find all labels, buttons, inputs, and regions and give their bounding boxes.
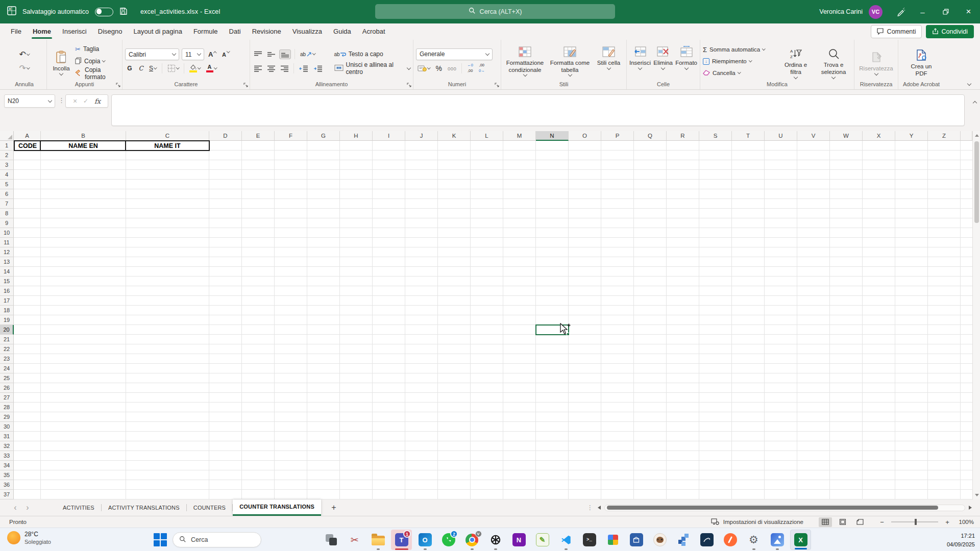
save-icon[interactable] <box>119 7 127 17</box>
menu-tab-layout-di-pagina[interactable]: Layout di pagina <box>128 23 187 40</box>
confirm-entry-icon[interactable]: ✓ <box>83 97 88 105</box>
scroll-down-icon[interactable] <box>975 494 979 496</box>
normal-view-button[interactable] <box>819 517 832 527</box>
column-header-Z[interactable]: Z <box>928 131 961 141</box>
column-header-U[interactable]: U <box>765 131 797 141</box>
fill-handle[interactable] <box>567 333 570 336</box>
taskbar-app-notepad-plus-plus[interactable]: ✎ <box>532 530 553 550</box>
column-header-E[interactable]: E <box>242 131 275 141</box>
menu-tab-inserisci[interactable]: Inserisci <box>57 23 92 40</box>
row-header-24[interactable]: 24 <box>0 364 14 373</box>
bold-button[interactable]: G <box>125 64 134 73</box>
accounting-format-button[interactable] <box>416 64 432 73</box>
align-left-button[interactable] <box>253 64 263 73</box>
row-header-25[interactable]: 25 <box>0 373 14 383</box>
taskbar-search[interactable]: Cerca <box>173 532 261 547</box>
taskbar-app-whatsapp[interactable]: 2 <box>438 530 459 550</box>
number-format-select[interactable]: Generale <box>416 48 493 60</box>
format-cells-button[interactable]: Formato <box>675 42 697 69</box>
grid-canvas[interactable]: CODENAME ENNAME IT <box>14 141 972 499</box>
underline-button[interactable]: S <box>148 64 158 73</box>
row-header-23[interactable]: 23 <box>0 354 14 364</box>
cut-button[interactable]: ✂Taglia <box>75 43 99 55</box>
taskbar-app-excel[interactable]: X <box>790 530 811 550</box>
taskbar-app-bruno[interactable] <box>649 530 670 550</box>
row-header-34[interactable]: 34 <box>0 461 14 470</box>
column-header-L[interactable]: L <box>471 131 503 141</box>
column-header-Y[interactable]: Y <box>895 131 928 141</box>
column-header-H[interactable]: H <box>340 131 373 141</box>
column-header-N[interactable]: N <box>536 131 569 141</box>
row-header-20[interactable]: 20 <box>0 325 14 335</box>
zoom-in-button[interactable]: + <box>944 518 950 526</box>
row-header-22[interactable]: 22 <box>0 344 14 354</box>
cell-styles-button[interactable]: Stili cella <box>594 42 624 69</box>
row-header-29[interactable]: 29 <box>0 412 14 422</box>
comments-button[interactable]: Commenti <box>871 25 922 38</box>
row-header-8[interactable]: 8 <box>0 209 14 218</box>
taskbar-app-chatgpt[interactable] <box>485 530 506 550</box>
restore-button[interactable] <box>934 0 957 23</box>
row-header-17[interactable]: 17 <box>0 296 14 306</box>
align-top-button[interactable] <box>253 50 263 59</box>
font-name-select[interactable]: Calibri <box>125 48 179 60</box>
sort-filter-button[interactable]: AZ Ordina e filtra <box>780 44 812 78</box>
column-header-A[interactable]: A <box>14 131 41 141</box>
column-header-D[interactable]: D <box>209 131 242 141</box>
column-header-V[interactable]: V <box>797 131 830 141</box>
name-box[interactable]: N20 <box>4 94 55 108</box>
row-header-7[interactable]: 7 <box>0 199 14 209</box>
column-header-J[interactable]: J <box>405 131 438 141</box>
row-header-4[interactable]: 4 <box>0 170 14 180</box>
column-header-S[interactable]: S <box>699 131 732 141</box>
column-header-K[interactable]: K <box>438 131 471 141</box>
wrap-text-button[interactable]: ab Testo a capo <box>334 48 383 60</box>
column-header-O[interactable]: O <box>569 131 601 141</box>
column-header-Q[interactable]: Q <box>634 131 667 141</box>
taskbar-app-task-view[interactable] <box>321 530 341 550</box>
column-header-I[interactable]: I <box>373 131 405 141</box>
menu-tab-revisione[interactable]: Revisione <box>247 23 287 40</box>
next-sheet-button[interactable]: › <box>21 503 34 512</box>
cell-C1[interactable]: NAME IT <box>125 140 210 151</box>
user-name[interactable]: Veronica Carini <box>819 8 863 15</box>
delete-cells-button[interactable]: Elimina <box>653 42 673 69</box>
column-header-R[interactable]: R <box>667 131 699 141</box>
horizontal-scrollbar-thumb[interactable] <box>607 506 938 510</box>
row-header-32[interactable]: 32 <box>0 441 14 451</box>
column-header-G[interactable]: G <box>307 131 340 141</box>
grow-font-button[interactable]: A <box>207 49 218 59</box>
increase-indent-button[interactable] <box>312 64 324 73</box>
row-header-19[interactable]: 19 <box>0 315 14 325</box>
paste-button[interactable]: Incolla <box>50 47 73 75</box>
clipboard-dialog-launcher[interactable] <box>116 82 120 89</box>
page-layout-view-button[interactable] <box>836 517 849 527</box>
zoom-slider-thumb[interactable] <box>915 519 917 525</box>
fill-button[interactable]: ↓Riempimento <box>703 56 751 66</box>
row-header-2[interactable]: 2 <box>0 151 14 160</box>
page-break-view-button[interactable] <box>853 517 867 527</box>
new-sheet-button[interactable]: + <box>328 503 339 512</box>
row-header-31[interactable]: 31 <box>0 432 14 441</box>
taskbar-app-photos[interactable] <box>767 530 788 550</box>
align-right-button[interactable] <box>279 64 290 73</box>
row-header-33[interactable]: 33 <box>0 451 14 461</box>
app-search-box[interactable]: Cerca (ALT+X) <box>375 4 615 19</box>
vertical-scrollbar[interactable] <box>972 131 980 499</box>
menu-tab-guida[interactable]: Guida <box>328 23 357 40</box>
menu-tab-file[interactable]: File <box>5 23 27 40</box>
draw-pen-icon[interactable] <box>891 0 911 23</box>
menu-tab-visualizza[interactable]: Visualizza <box>287 23 328 40</box>
align-bottom-button[interactable] <box>279 49 291 59</box>
shrink-font-button[interactable]: A <box>220 51 231 59</box>
zoom-level[interactable]: 100% <box>954 519 974 525</box>
row-header-15[interactable]: 15 <box>0 277 14 286</box>
horizontal-scrollbar[interactable] <box>604 505 965 511</box>
taskbar-app-teams[interactable]: T1 <box>391 530 412 550</box>
redo-button[interactable]: ↷ <box>18 63 31 73</box>
italic-button[interactable]: C <box>137 64 145 73</box>
menu-tab-formule[interactable]: Formule <box>188 23 224 40</box>
column-header-C[interactable]: C <box>126 131 209 141</box>
taskbar-app-settings[interactable]: ⚙ <box>743 530 764 550</box>
column-header-T[interactable]: T <box>732 131 765 141</box>
